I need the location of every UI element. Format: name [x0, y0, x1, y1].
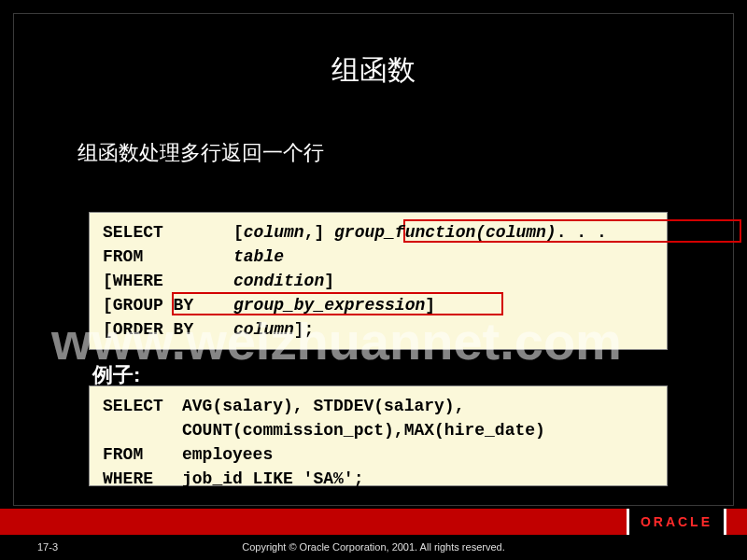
kw-from: FROM — [103, 245, 233, 269]
syntax-row-from: FROMtable — [103, 245, 654, 269]
slide-title: 组函数 — [14, 14, 733, 90]
example-row-3: FROM employees — [103, 442, 654, 467]
syntax-row-orderby: [ORDER BYcolumn]; — [103, 317, 654, 342]
copyright-text: Copyright © Oracle Corporation, 2001. Al… — [0, 541, 747, 553]
syntax-box: SELECT[column,] group_function(column). … — [89, 212, 668, 350]
example-box: SELECT AVG(salary), STDDEV(salary), COUN… — [89, 385, 668, 486]
slide: 组函数 组函数处理多行返回一个行 SELECT[column,] group_f… — [0, 0, 747, 560]
example-row-1: SELECT AVG(salary), STDDEV(salary), — [103, 394, 654, 418]
example-row-2: COUNT(commission_pct),MAX(hire_date) — [103, 418, 654, 442]
kw-select: SELECT — [103, 220, 233, 245]
slide-subtitle: 组函数处理多行返回一个行 — [78, 139, 324, 167]
example-row-4: WHERE job_id LIKE 'SA%'; — [103, 467, 654, 491]
oracle-logo: ORACLE — [627, 509, 726, 535]
syntax-row-where: [WHEREcondition] — [103, 269, 654, 293]
kw-where: [WHERE — [103, 269, 233, 293]
slide-border: 组函数 组函数处理多行返回一个行 SELECT[column,] group_f… — [13, 13, 734, 506]
syntax-row-groupby: [GROUP BYgroup_by_expression] — [103, 293, 654, 317]
syntax-row-select: SELECT[column,] group_function(column). … — [103, 220, 654, 245]
kw-groupby: [GROUP BY — [103, 293, 233, 317]
kw-orderby: [ORDER BY — [103, 317, 233, 342]
